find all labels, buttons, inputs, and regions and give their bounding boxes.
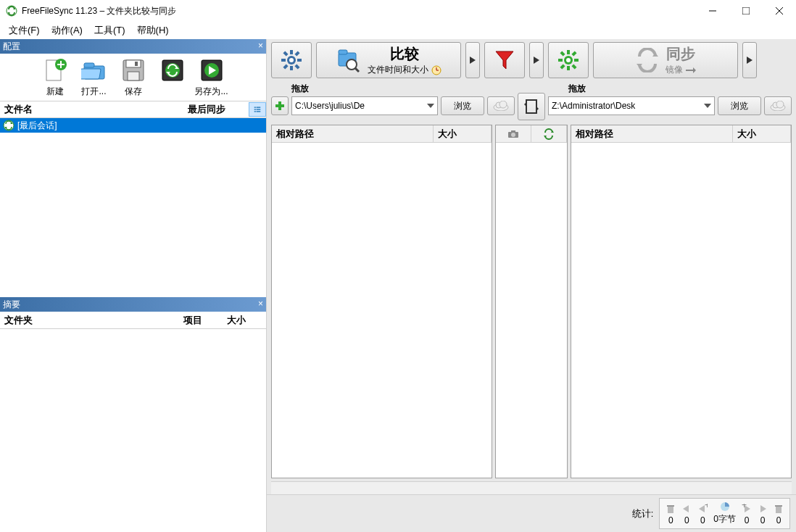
- camera-icon: [507, 130, 519, 138]
- chevron-down-icon[interactable]: [427, 104, 434, 108]
- config-list[interactable]: [最后会话]: [0, 118, 266, 297]
- svg-rect-13: [84, 63, 94, 67]
- compare-sublabel: 文件时间和大小: [368, 64, 428, 76]
- horizontal-scrollbar[interactable]: [271, 481, 792, 494]
- browse-left-button[interactable]: 浏览: [441, 96, 484, 115]
- filter-dropdown-button[interactable]: [529, 42, 544, 78]
- sync-settings-button[interactable]: [548, 42, 589, 78]
- browse-right-button[interactable]: 浏览: [718, 96, 761, 115]
- arrow-left-plus-icon: +: [697, 504, 708, 514]
- titlebar: FreeFileSync 11.23 – 文件夹比较与同步: [0, 0, 796, 22]
- compare-icon: [336, 47, 362, 73]
- svg-point-64: [566, 58, 571, 62]
- grid-mid-body[interactable]: [496, 143, 567, 478]
- col-size[interactable]: 大小: [223, 314, 266, 327]
- svg-point-32: [4, 120, 14, 130]
- svg-rect-4: [742, 7, 750, 14]
- svg-rect-38: [281, 59, 286, 62]
- menu-action[interactable]: 动作(A): [46, 22, 88, 38]
- compare-settings-button[interactable]: [271, 42, 312, 78]
- svg-rect-60: [560, 51, 565, 56]
- summary-header: 文件夹 项目 大小: [0, 312, 266, 329]
- svg-marker-53: [496, 51, 513, 69]
- svg-rect-89: [667, 505, 674, 507]
- grid-left-col-path[interactable]: 相对路径: [272, 125, 434, 142]
- drag-label-right: 拖放: [548, 83, 792, 95]
- triangle-right-icon: [534, 57, 539, 64]
- grid-mid-col-action[interactable]: [531, 125, 567, 142]
- config-list-header: 文件名 最后同步: [0, 101, 266, 118]
- svg-marker-68: [693, 67, 696, 73]
- svg-rect-98: [775, 505, 782, 507]
- compare-button[interactable]: 比较 文件时间和大小: [316, 42, 461, 78]
- arrow-right-icon: [686, 67, 696, 74]
- grid-left-col-size[interactable]: 大小: [434, 125, 492, 142]
- svg-rect-16: [126, 60, 141, 67]
- trash-left-icon: [666, 504, 676, 514]
- minimize-button[interactable]: [696, 0, 729, 22]
- new-file-icon: [41, 57, 69, 84]
- grid-left-body[interactable]: [272, 143, 492, 478]
- left-panel: 配置 × 新建 打开... 保存: [0, 39, 267, 532]
- clock-icon: [431, 65, 441, 75]
- new-label: 新建: [46, 86, 64, 98]
- saveas-sync-icon: [159, 57, 186, 84]
- right-path-input[interactable]: Z:\Administrator\Desk: [548, 96, 715, 115]
- col-lastsync[interactable]: 最后同步: [183, 103, 249, 116]
- col-view-icon[interactable]: [249, 102, 266, 117]
- col-filename[interactable]: 文件名: [0, 103, 183, 116]
- cloud-right-button[interactable]: [764, 96, 792, 115]
- sync-label: 同步: [666, 44, 695, 64]
- svg-rect-18: [135, 62, 138, 66]
- svg-rect-31: [257, 111, 261, 112]
- grid-mid-col-category[interactable]: [496, 125, 531, 142]
- maximize-button[interactable]: [729, 0, 763, 22]
- menu-file[interactable]: 文件(F): [3, 22, 46, 38]
- sync-button[interactable]: 同步 镜像: [593, 42, 738, 78]
- summary-panel: 摘要 × 文件夹 项目 大小: [0, 297, 266, 532]
- swap-icon: [522, 97, 541, 116]
- stat-box: 0 0 +0 0字节 +0 0 0: [659, 498, 790, 529]
- menu-help[interactable]: 帮助(H): [131, 22, 175, 38]
- col-items[interactable]: 项目: [179, 314, 223, 327]
- plus-green-icon: [274, 100, 286, 112]
- right-path-text: Z:\Administrator\Desk: [552, 101, 635, 111]
- cloud-icon: [770, 101, 786, 111]
- stat-update-left: 0: [681, 504, 692, 525]
- close-button[interactable]: [763, 0, 796, 22]
- svg-point-75: [499, 101, 507, 108]
- col-folder[interactable]: 文件夹: [0, 314, 179, 327]
- config-panel-close-icon[interactable]: ×: [258, 41, 263, 51]
- triangle-right-icon: [470, 57, 476, 64]
- config-row-last-session[interactable]: [最后会话]: [0, 118, 266, 133]
- new-config-button[interactable]: 新建: [38, 57, 72, 98]
- triangle-right-icon: [747, 57, 753, 64]
- save-config-button[interactable]: 保存: [116, 57, 151, 98]
- stat-create-right: +0: [742, 504, 752, 525]
- sync-dropdown-button[interactable]: [742, 42, 757, 78]
- left-path-input[interactable]: C:\Users\julius\De: [291, 96, 438, 115]
- svg-point-82: [776, 101, 784, 108]
- open-config-button[interactable]: 打开...: [77, 57, 112, 98]
- summary-panel-close-icon[interactable]: ×: [258, 299, 263, 309]
- cloud-left-button[interactable]: [487, 96, 515, 115]
- grid-right-body[interactable]: [571, 143, 791, 478]
- menu-tools[interactable]: 工具(T): [88, 22, 131, 38]
- svg-rect-62: [571, 51, 576, 56]
- saveas-batch-button[interactable]: 另存为...: [194, 57, 229, 98]
- saveas-sync-button[interactable]: [155, 57, 190, 98]
- svg-rect-17: [128, 72, 139, 80]
- svg-rect-14: [81, 69, 101, 79]
- sync-icon: [3, 120, 14, 131]
- app-icon: [6, 5, 17, 17]
- grid-right-col-path[interactable]: 相对路径: [571, 125, 733, 142]
- folder-pair-left: 拖放 C:\Users\julius\De 浏览: [271, 83, 515, 120]
- compare-dropdown-button[interactable]: [465, 42, 480, 78]
- add-pair-button[interactable]: [271, 96, 289, 115]
- chevron-down-icon[interactable]: [704, 104, 711, 108]
- svg-rect-29: [257, 109, 261, 109]
- swap-sides-button[interactable]: [518, 93, 545, 120]
- filter-button[interactable]: [484, 42, 525, 78]
- grid-right-col-size[interactable]: 大小: [733, 125, 791, 142]
- svg-rect-41: [294, 64, 299, 69]
